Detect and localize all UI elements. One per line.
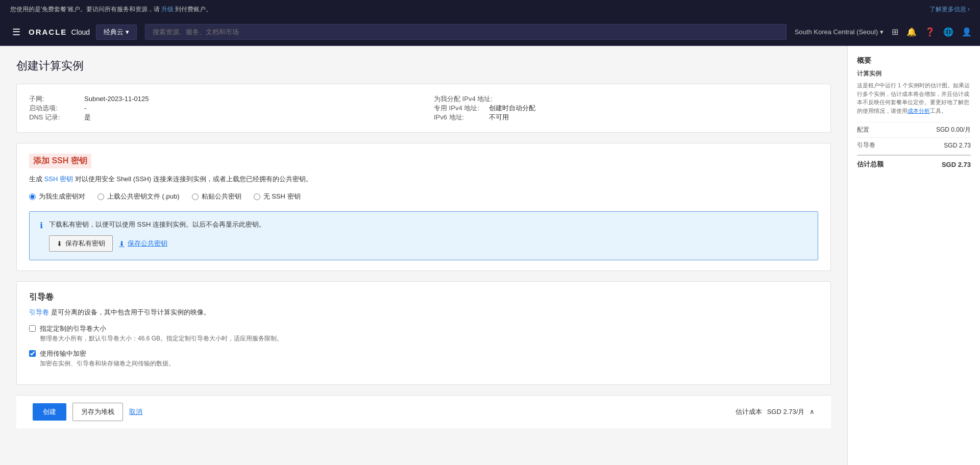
ipv4-assign-row: 为我分配 IPv4 地址: (434, 94, 818, 104)
classic-cloud-button[interactable]: 经典云 ▾ (96, 25, 137, 40)
notif-text: 您使用的是'免费套餐'账户。要访问所有服务和资源，请 升级 到付费账户。 (10, 5, 212, 14)
download-pub-icon: ⬇ (119, 240, 125, 248)
boot-volume-card: 引导卷 引导卷 是可分离的设备，其中包含用于引导计算实例的映像。 指定定制的引导… (16, 281, 831, 385)
oracle-wordmark: ORACLE Cloud (29, 28, 90, 36)
network-right-col: 为我分配 IPv4 地址: 专用 IPv4 地址: 创建时自动分配 IPv6 地… (434, 94, 818, 122)
network-left-col: 子网: Subnet-2023-11-0125 启动选项: - DNS 记录: … (29, 94, 413, 122)
cancel-button[interactable]: 取消 (129, 407, 142, 417)
custom-boot-size-checkbox[interactable]: 指定定制的引导卷大小 整理卷大小所有，默认引导卷大小：46.6 GB。指定定制引… (29, 324, 818, 343)
summary-boot-row: 引导卷 SGD 2.73 (857, 137, 971, 153)
bell-icon[interactable]: 🔔 (906, 27, 917, 37)
globe-icon[interactable]: 🌐 (943, 27, 953, 37)
create-button[interactable]: 创建 (33, 403, 66, 421)
download-icon: ⬇ (57, 240, 62, 248)
ssh-key-card: 添加 SSH 密钥 生成 SSH 密钥 对以使用安全 Shell (SSH) 连… (16, 143, 831, 271)
ssh-info-content: 下载私有密钥，以便可以使用 SSH 连接到实例。以后不会再显示此密钥。 ⬇ 保存… (49, 220, 265, 252)
save-private-key-button[interactable]: ⬇ 保存私有密钥 (49, 235, 113, 252)
ipv6-row: IPv6 地址: 不可用 (434, 113, 818, 122)
info-icon: ℹ (40, 221, 43, 230)
network-info-card: 子网: Subnet-2023-11-0125 启动选项: - DNS 记录: … (16, 84, 831, 133)
ssh-btn-group: ⬇ 保存私有密钥 ⬇ 保存公共密钥 (49, 235, 265, 252)
transit-encryption-checkbox[interactable]: 使用传输中加密 加密在实例、引导卷和块存储卷之间传输的数据。 (29, 349, 818, 368)
content-area: 创建计算实例 子网: Subnet-2023-11-0125 启动选项: - D… (0, 46, 847, 465)
ssh-info-text: 下载私有密钥，以便可以使用 SSH 连接到实例。以后不会再显示此密钥。 (49, 220, 265, 229)
summary-title: 概要 (857, 56, 971, 65)
dns-row: DNS 记录: 是 (29, 113, 413, 122)
menu-button[interactable]: ☰ (8, 25, 24, 40)
summary-desc: 这是租户中运行 1 个实例时的估计图。如果运行多个实例，估计成本将会增加，并且估… (857, 81, 971, 115)
custom-boot-label-container: 指定定制的引导卷大小 整理卷大小所有，默认引导卷大小：46.6 GB。指定定制引… (40, 324, 283, 343)
transit-encryption-label-container: 使用传输中加密 加密在实例、引导卷和块存储卷之间传输的数据。 (40, 349, 175, 368)
radio-generate-keypair[interactable]: 为我生成密钥对 (29, 192, 85, 201)
ssh-key-link[interactable]: SSH 密钥 (44, 175, 73, 183)
summary-total-row: 估计总额 SGD 2.73 (857, 155, 971, 173)
user-icon[interactable]: 👤 (962, 27, 972, 37)
ssh-info-box: ℹ 下载私有密钥，以便可以使用 SSH 连接到实例。以后不会再显示此密钥。 ⬇ … (29, 211, 818, 260)
boot-section-title: 引导卷 (29, 292, 818, 303)
private-ipv4-row: 专用 IPv4 地址: 创建时自动分配 (434, 104, 818, 113)
summary-panel: 概要 计算实例 这是租户中运行 1 个实例时的估计图。如果运行多个实例，估计成本… (847, 46, 980, 465)
network-info-grid: 子网: Subnet-2023-11-0125 启动选项: - DNS 记录: … (29, 94, 818, 122)
cost-analysis-link[interactable]: 成本分析 (908, 108, 930, 114)
save-public-key-button[interactable]: ⬇ 保存公共密钥 (119, 235, 167, 252)
save-as-stack-button[interactable]: 另存为堆栈 (72, 403, 123, 421)
boot-volume-link[interactable]: 引导卷 (29, 308, 49, 316)
radio-upload-pub-file[interactable]: 上载公共密钥文件 (.pub) (97, 192, 180, 201)
ssh-section-title: 添加 SSH 密钥 (29, 154, 91, 168)
summary-subtitle: 计算实例 (857, 69, 971, 78)
header-right-controls: South Korea Central (Seoul) ▾ ⊞ 🔔 ❓ 🌐 👤 (795, 27, 972, 37)
region-selector[interactable]: South Korea Central (Seoul) ▾ (795, 28, 884, 36)
radio-paste-pub-key[interactable]: 粘贴公共密钥 (192, 192, 241, 201)
upgrade-link[interactable]: 升级 (161, 6, 174, 13)
footer-actions: 创建 另存为堆栈 取消 估计成本 SGD 2.73/月 ∧ (16, 395, 831, 428)
ssh-section-desc: 生成 SSH 密钥 对以使用安全 Shell (SSH) 连接来连接到实例，或者… (29, 175, 818, 184)
learn-more-link[interactable]: 了解更多信息 › (929, 5, 970, 14)
boot-options-row: 启动选项: - (29, 104, 413, 113)
help-icon[interactable]: ❓ (925, 27, 935, 37)
cost-bar: 估计成本 SGD 2.73/月 ∧ (736, 407, 815, 417)
subnet-row: 子网: Subnet-2023-11-0125 (29, 94, 413, 104)
boot-section-desc: 引导卷 是可分离的设备，其中包含用于引导计算实例的映像。 (29, 308, 818, 317)
ssh-radio-group: 为我生成密钥对 上载公共密钥文件 (.pub) 粘贴公共密钥 无 SSH 密钥 (29, 192, 818, 201)
summary-config-row: 配置 SGD 0.00/月 (857, 122, 971, 137)
cost-bar-toggle: ∧ (810, 408, 815, 415)
main-layout: 创建计算实例 子网: Subnet-2023-11-0125 启动选项: - D… (0, 46, 980, 465)
search-input[interactable] (145, 24, 787, 40)
notification-bar: 您使用的是'免费套餐'账户。要访问所有服务和资源，请 升级 到付费账户。 了解更… (0, 0, 980, 18)
grid-icon[interactable]: ⊞ (892, 27, 898, 37)
page-title: 创建计算实例 (16, 58, 831, 74)
radio-no-ssh[interactable]: 无 SSH 密钥 (254, 192, 301, 201)
app-header: ☰ ORACLE Cloud 经典云 ▾ South Korea Central… (0, 18, 980, 46)
oracle-logo: ORACLE Cloud (29, 28, 90, 36)
